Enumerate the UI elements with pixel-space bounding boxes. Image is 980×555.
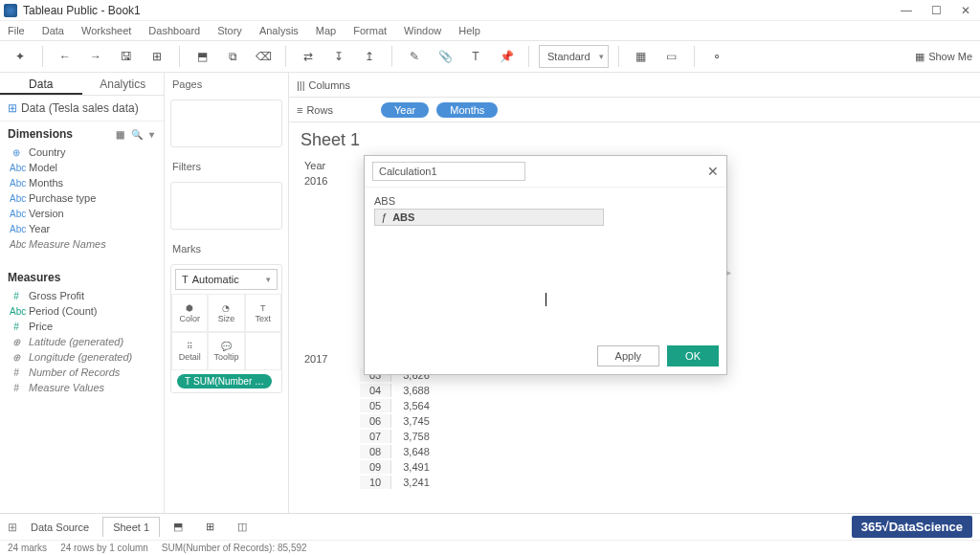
calc-formula-editor[interactable]: ABS ƒABS [365,188,726,338]
table-row[interactable]: 093,491 [360,460,439,474]
table-row[interactable]: 073,758 [360,430,439,443]
measure-field[interactable]: ⊕Longitude (generated) [0,349,164,365]
pages-shelf[interactable] [170,100,282,147]
tab-sheet1[interactable]: Sheet 1 [102,517,160,537]
menu-format[interactable]: Format [353,25,387,36]
view-cards-icon[interactable]: ▦ [629,45,654,68]
group-icon[interactable]: 📎 [433,45,457,68]
table-row[interactable]: 043,688 [360,384,439,397]
dimension-field[interactable]: AbcMonths [0,175,164,190]
swap-icon[interactable]: ⇄ [296,45,321,68]
forward-icon[interactable]: → [83,45,108,68]
table-row[interactable]: 083,648 [360,445,439,458]
labels-icon[interactable]: T [463,45,488,68]
save-icon[interactable]: 🖫 [114,45,139,68]
presentation-icon[interactable]: ▭ [659,45,684,68]
measure-field[interactable]: #Number of Records [0,365,164,380]
watermark-badge: 365√DataScience [852,516,972,538]
new-dashboard-icon[interactable]: ⊞ [196,517,224,537]
marks-color[interactable]: ⬢Color [171,294,208,332]
menu-story[interactable]: Story [217,25,242,36]
duplicate-icon[interactable]: ⧉ [220,45,245,68]
filters-shelf[interactable] [170,182,282,230]
table-row[interactable]: 053,564 [360,399,439,412]
marks-pill-sum[interactable]: TSUM(Number … [177,374,272,388]
field-type-icon: # [10,367,23,378]
datasource-tab-icon[interactable]: ⊞ [8,521,17,534]
marks-label: Marks [165,237,288,260]
autocomplete-item-abs[interactable]: ƒABS [374,209,604,226]
row-pill-months[interactable]: Months [436,102,498,118]
data-source-row[interactable]: ⊞ Data (Tesla sales data) [0,96,164,122]
field-type-icon: Abc [10,224,23,234]
fit-dropdown[interactable]: Standard [539,45,609,68]
tab-data-source[interactable]: Data Source [21,518,99,537]
marks-detail[interactable]: ⠿Detail [171,332,208,370]
menu-map[interactable]: Map [316,25,336,36]
dimensions-header: Dimensions ▦ 🔍 ▾ [0,122,164,144]
close-icon[interactable]: ✕ [961,4,970,17]
search-icon[interactable]: 🔍 [131,129,145,140]
menu-window[interactable]: Window [404,25,441,36]
data-pane: Data Analytics ⊞ Data (Tesla sales data)… [0,73,165,513]
dialog-close-icon[interactable]: ✕ [707,164,719,179]
table-row[interactable]: 103,241 [360,476,439,489]
sheet-title[interactable]: Sheet 1 [301,130,969,150]
sort-asc-icon[interactable]: ↧ [326,45,351,68]
measure-field[interactable]: #Price [0,319,164,334]
show-me-button[interactable]: ▦ Show Me [915,51,972,63]
worksheet-area: |||Columns ≡Rows Year Months Sheet 1 Yea… [289,73,980,513]
new-datasource-icon[interactable]: ⊞ [145,45,169,68]
menu-dashboard[interactable]: Dashboard [148,25,200,36]
share-icon[interactable]: ⚬ [704,45,729,68]
new-sheet-icon[interactable]: ⬒ [189,45,214,68]
dimension-field[interactable]: AbcVersion [0,206,164,221]
marks-size[interactable]: ◔Size [208,294,244,332]
menu-caret-icon[interactable]: ▾ [149,129,156,140]
menu-analysis[interactable]: Analysis [259,25,299,36]
apply-button[interactable]: Apply [597,345,660,366]
tab-data[interactable]: Data [0,73,82,95]
view-icon[interactable]: ▦ [116,129,126,140]
ok-button[interactable]: OK [667,345,719,366]
highlight-icon[interactable]: ✎ [402,45,427,68]
dimension-field[interactable]: AbcPurchase type [0,190,164,206]
measure-field[interactable]: AbcPeriod (Count) [0,303,164,319]
measure-field[interactable]: ⊕Latitude (generated) [0,334,164,349]
columns-icon: ||| [297,79,305,91]
new-story-icon[interactable]: ◫ [228,517,256,537]
maximize-icon[interactable]: ☐ [931,4,942,17]
field-type-icon: ⊕ [10,352,23,363]
menu-help[interactable]: Help [458,25,480,36]
marks-text[interactable]: TText [245,294,281,332]
clear-icon[interactable]: ⌫ [251,45,276,68]
measure-field[interactable]: #Gross Profit [0,288,164,303]
tab-analytics[interactable]: Analytics [82,73,165,95]
menu-data[interactable]: Data [42,25,64,36]
dimension-field[interactable]: ⊕Country [0,144,164,160]
dialog-expand-icon[interactable]: ▸ [724,265,732,278]
back-icon[interactable]: ← [53,45,78,68]
menu-worksheet[interactable]: Worksheet [81,25,131,36]
sheet-tabs-bar: ⊞ Data Source Sheet 1 ⬒ ⊞ ◫ 365√DataScie… [0,513,980,540]
sort-desc-icon[interactable]: ↥ [357,45,382,68]
calc-name-input[interactable] [372,162,525,181]
dimension-field[interactable]: AbcMeasure Names [0,236,164,252]
row-pill-year[interactable]: Year [381,102,429,118]
marks-tooltip[interactable]: 💬Tooltip [208,332,244,370]
marks-type-dropdown[interactable]: TAutomatic [175,269,278,290]
minimize-icon[interactable]: — [901,4,912,17]
dimension-field[interactable]: AbcModel [0,160,164,175]
measure-field[interactable]: #Measure Values [0,380,164,395]
title-bar: Tableau Public - Book1 — ☐ ✕ [0,0,980,21]
pin-icon[interactable]: 📌 [494,45,519,68]
dimension-field[interactable]: AbcYear [0,221,164,236]
field-type-icon: # [10,383,23,393]
new-worksheet-icon[interactable]: ⬒ [164,517,192,537]
calculated-field-dialog: ✕ ABS ƒABS ▸ Apply OK [364,155,727,375]
year-2016: 2016 [301,173,358,189]
menu-file[interactable]: File [8,25,25,36]
datasource-icon: ⊞ [8,101,17,115]
tableau-icon[interactable]: ✦ [8,45,33,68]
table-row[interactable]: 063,745 [360,414,439,428]
